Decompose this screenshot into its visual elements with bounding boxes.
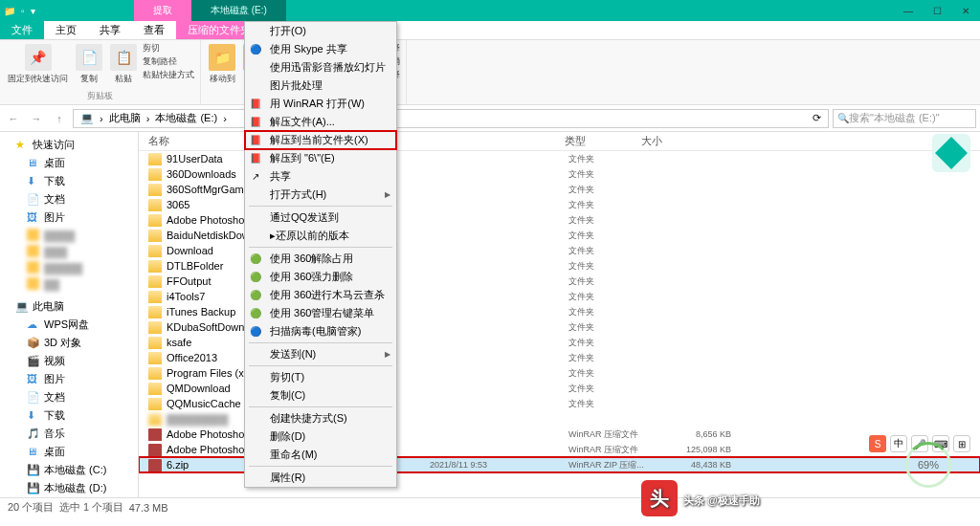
menu-item[interactable]: 🟢使用 360管理右键菜单: [245, 304, 396, 322]
sidebar-pictures[interactable]: 🖼图片: [0, 208, 138, 227]
sidebar-blurred-1[interactable]: ▓▓▓▓: [0, 227, 138, 243]
copy-button[interactable]: 📄复制: [74, 42, 104, 87]
menu-item[interactable]: 🔵使用 Skype 共享: [245, 40, 396, 58]
pin-button[interactable]: 📌固定到快速访问: [6, 42, 70, 87]
sidebar-dl2[interactable]: ⬇下载: [0, 406, 138, 425]
menu-item[interactable]: 🟢使用 360强力删除: [245, 268, 396, 286]
search-input[interactable]: 🔍 搜索"本地磁盘 (E:)": [833, 109, 976, 128]
sidebar-music[interactable]: 🎵音乐: [0, 425, 138, 443]
menu-item[interactable]: 打开方式(H)▶: [245, 186, 396, 204]
menu-item[interactable]: 使用迅雷影音播放幻灯片: [245, 58, 396, 77]
minimize-button[interactable]: —: [894, 0, 923, 21]
copypath-button[interactable]: 复制路径: [143, 55, 194, 68]
sidebar-downloads[interactable]: ⬇下载: [0, 172, 138, 190]
tab-view[interactable]: 查看: [132, 21, 176, 39]
save-icon[interactable]: ▫: [21, 6, 25, 16]
tab-home[interactable]: 主页: [44, 21, 88, 39]
title-bar: 📁 ▫ ▾ 提取 本地磁盘 (E:) — ☐ ✕: [0, 0, 980, 21]
sidebar-blurred-4[interactable]: ▓▓: [0, 275, 138, 292]
paste-button[interactable]: 📋粘贴: [108, 42, 139, 87]
menu-item[interactable]: 通过QQ发送到: [245, 208, 396, 227]
sidebar-documents[interactable]: 📄文档: [0, 190, 138, 208]
cut-button[interactable]: 剪切: [143, 42, 194, 55]
menu-item[interactable]: 创建快捷方式(S): [245, 409, 396, 427]
ime-cn-icon[interactable]: 中: [890, 435, 907, 452]
menu-tabs: 文件 主页 共享 查看 压缩的文件夹工具: [0, 21, 980, 40]
menu-item[interactable]: 删除(D): [245, 427, 396, 446]
close-button[interactable]: ✕: [951, 0, 980, 21]
status-bar: 20 个项目 选中 1 个项目 47.3 MB: [0, 497, 980, 516]
tab-share[interactable]: 共享: [88, 21, 132, 39]
context-menu: 打开(O)🔵使用 Skype 共享使用迅雷影音播放幻灯片图片批处理📕用 WinR…: [244, 21, 397, 488]
nav-sidebar: ★快速访问 🖥桌面 ⬇下载 📄文档 🖼图片 ▓▓▓▓ ▓▓▓ ▓▓▓▓▓ ▓▓ …: [0, 132, 139, 497]
sidebar-desktop[interactable]: 🖥桌面: [0, 154, 138, 172]
folder-icon: 📁: [4, 6, 15, 16]
menu-item[interactable]: 剪切(T): [245, 368, 396, 386]
sidebar-desk2[interactable]: 🖥桌面: [0, 443, 138, 461]
sidebar-disk-d[interactable]: 💾本地磁盘 (D:): [0, 479, 138, 497]
menu-item[interactable]: 📕解压到 "6\"(E): [245, 149, 396, 167]
up-button[interactable]: ↑: [50, 109, 69, 128]
resource-gauge[interactable]: 69%: [905, 442, 951, 488]
menu-item[interactable]: ↗共享: [245, 167, 396, 186]
breadcrumb[interactable]: 💻 › 此电脑 › 本地磁盘 (E:) › ⟳: [73, 109, 829, 128]
sidebar-quick-access[interactable]: ★快速访问: [0, 136, 138, 154]
window-title: 本地磁盘 (E:): [191, 0, 286, 21]
ime-s-icon[interactable]: S: [869, 435, 886, 452]
pc-icon: 💻: [78, 112, 97, 124]
sidebar-videos[interactable]: 🎬视频: [0, 352, 138, 370]
menu-item[interactable]: 属性(R): [245, 469, 396, 487]
qat-divider: ▾: [31, 6, 35, 16]
menu-item[interactable]: 📕解压文件(A)...: [245, 113, 396, 131]
menu-item[interactable]: 📕用 WinRAR 打开(W): [245, 95, 396, 113]
sidebar-wps[interactable]: ☁WPS网盘: [0, 316, 138, 334]
ime-grid-icon[interactable]: ⊞: [953, 435, 970, 452]
sidebar-blurred-2[interactable]: ▓▓▓: [0, 243, 138, 259]
menu-item[interactable]: 🔵扫描病毒(电脑管家): [245, 322, 396, 340]
address-bar: ← → ↑ 💻 › 此电脑 › 本地磁盘 (E:) › ⟳ 🔍 搜索"本地磁盘 …: [0, 105, 980, 132]
ribbon: 📌固定到快速访问 📄复制 📋粘贴 剪切 复制路径 粘贴快捷方式 剪贴板 📁移动到…: [0, 40, 980, 105]
menu-item[interactable]: 📕解压到当前文件夹(X): [245, 131, 396, 149]
contextual-tab-extract[interactable]: 提取: [134, 0, 191, 21]
tab-file[interactable]: 文件: [0, 21, 44, 39]
menu-item[interactable]: 打开(O): [245, 22, 396, 40]
maximize-button[interactable]: ☐: [923, 0, 951, 21]
sidebar-pics2[interactable]: 🖼图片: [0, 370, 138, 388]
menu-item[interactable]: 复制(C): [245, 386, 396, 405]
refresh-button[interactable]: ⟳: [810, 112, 824, 124]
sidebar-docs2[interactable]: 📄文档: [0, 388, 138, 406]
sidebar-blurred-3[interactable]: ▓▓▓▓▓: [0, 259, 138, 275]
back-button[interactable]: ←: [4, 109, 23, 128]
watermark: 头头条 @极速手助: [641, 480, 760, 516]
sidebar-disk-c[interactable]: 💾本地磁盘 (C:): [0, 461, 138, 479]
menu-item[interactable]: ▸还原以前的版本: [245, 227, 396, 245]
sidebar-this-pc[interactable]: 💻此电脑: [0, 297, 138, 316]
menu-item[interactable]: 🟢使用 360进行木马云查杀: [245, 286, 396, 304]
pastelink-button[interactable]: 粘贴快捷方式: [143, 69, 194, 81]
quick-access-toolbar: 📁 ▫ ▾: [0, 6, 134, 16]
sidebar-3d[interactable]: 📦3D 对象: [0, 334, 138, 352]
menu-item[interactable]: 发送到(N)▶: [245, 345, 396, 363]
forward-button[interactable]: →: [27, 109, 46, 128]
menu-item[interactable]: 图片批处理: [245, 77, 396, 95]
moveto-button[interactable]: 📁移动到: [207, 42, 237, 87]
menu-item[interactable]: 重命名(M): [245, 446, 396, 464]
menu-item[interactable]: 🟢使用 360解除占用: [245, 250, 396, 268]
floating-app-icon[interactable]: [932, 134, 970, 172]
